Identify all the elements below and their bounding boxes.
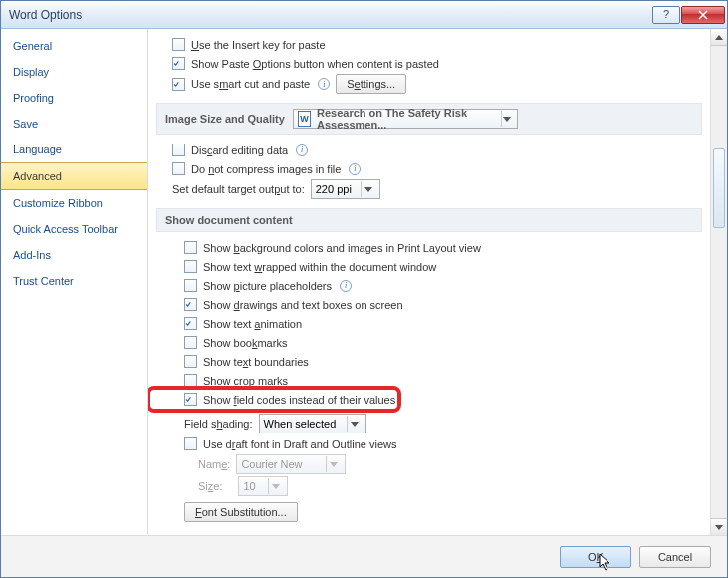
checkbox-field-codes[interactable] [184, 393, 197, 406]
checkbox-no-compress[interactable] [172, 162, 185, 175]
section-show-document: Show document content [156, 208, 702, 232]
label-text-animation: Show text animation [203, 318, 302, 330]
cancel-button[interactable]: Cancel [639, 546, 711, 568]
sidebar-item-save[interactable]: Save [1, 111, 147, 137]
row-font-size: Size: 10 [156, 475, 702, 497]
label-field-codes: Show field codes instead of their values [203, 394, 395, 406]
vertical-scrollbar[interactable] [710, 29, 727, 535]
row-use-insert-key: Use the Insert key for paste [156, 35, 702, 54]
default-target-value: 220 ppi [316, 183, 352, 195]
document-select-value: Research on The Safety Risk Assessmen... [317, 107, 495, 131]
sidebar-item-general[interactable]: General [1, 33, 147, 59]
row-text-wrapped: Show text wrapped within the document wi… [156, 257, 702, 276]
checkbox-smart-cut-paste[interactable] [172, 78, 185, 91]
options-dialog: Word Options ? General Display Proofing … [0, 0, 728, 578]
content-pane: Use the Insert key for paste Show Paste … [148, 29, 710, 535]
checkbox-text-boundaries[interactable] [184, 355, 197, 368]
row-drawings: Show drawings and text boxes on screen [156, 295, 702, 314]
sidebar-item-advanced[interactable]: Advanced [1, 162, 147, 190]
window-title: Word Options [9, 8, 651, 22]
row-bookmarks: Show bookmarks [156, 333, 702, 352]
label-field-shading: Field shading: [184, 418, 253, 430]
sidebar-item-display[interactable]: Display [1, 59, 147, 85]
word-doc-icon: W [298, 111, 311, 127]
checkbox-picture-placeholders[interactable] [184, 279, 197, 292]
label-use-insert-key: Use the Insert key for paste [191, 39, 326, 51]
label-draft-font: Use draft font in Draft and Outline view… [203, 438, 396, 450]
chevron-down-icon [501, 111, 513, 127]
section-image-title: Image Size and Quality [165, 113, 285, 125]
scroll-thumb[interactable] [713, 148, 725, 228]
info-icon[interactable]: i [318, 78, 330, 90]
content-wrap: Use the Insert key for paste Show Paste … [148, 29, 727, 535]
sidebar-item-language[interactable]: Language [1, 137, 147, 162]
label-bg-colors: Show background colors and images in Pri… [203, 242, 481, 254]
checkbox-bg-colors[interactable] [184, 241, 197, 254]
row-no-compress: Do not compress images in file i [156, 159, 702, 178]
dialog-footer: OK Cancel [1, 535, 727, 577]
field-shading-select[interactable]: When selected [259, 414, 366, 434]
label-font-size: Size: [198, 480, 222, 492]
row-font-substitution: Font Substitution... [156, 501, 702, 523]
font-name-value: Courier New [241, 458, 302, 470]
label-no-compress: Do not compress images in file [191, 163, 341, 175]
ok-button[interactable]: OK [560, 546, 631, 568]
label-discard-editing: Discard editing data [191, 144, 288, 156]
checkbox-text-animation[interactable] [184, 317, 197, 330]
row-field-shading: Field shading: When selected [156, 413, 702, 434]
row-text-boundaries: Show text boundaries [156, 352, 702, 371]
settings-button[interactable]: Settings... [336, 74, 406, 94]
checkbox-discard-editing[interactable] [172, 144, 185, 156]
checkbox-crop-marks[interactable] [184, 374, 197, 387]
chevron-down-icon [268, 478, 283, 494]
titlebar: Word Options ? [1, 1, 727, 29]
chevron-down-icon [347, 416, 362, 432]
checkbox-text-wrapped[interactable] [184, 260, 197, 273]
row-smart-cut-paste: Use smart cut and paste i Settings... [156, 73, 702, 95]
label-default-target: Set default target output to: [172, 183, 305, 195]
default-target-select[interactable]: 220 ppi [311, 179, 380, 199]
checkbox-drawings[interactable] [184, 298, 197, 311]
sidebar-item-addins[interactable]: Add-Ins [1, 242, 147, 268]
sidebar-item-proofing[interactable]: Proofing [1, 85, 147, 111]
checkbox-draft-font[interactable] [184, 437, 197, 450]
label-text-wrapped: Show text wrapped within the document wi… [203, 261, 436, 273]
label-drawings: Show drawings and text boxes on screen [203, 299, 403, 311]
font-name-select: Courier New [236, 454, 346, 474]
checkbox-bookmarks[interactable] [184, 336, 197, 349]
document-select[interactable]: W Research on The Safety Risk Assessmen.… [293, 109, 518, 129]
row-discard-editing: Discard editing data i [156, 141, 702, 159]
checkbox-show-paste-options[interactable] [172, 57, 185, 70]
sidebar-item-trust-center[interactable]: Trust Center [1, 268, 147, 294]
checkbox-use-insert-key[interactable] [172, 38, 185, 51]
label-bookmarks: Show bookmarks [203, 337, 287, 349]
row-show-paste-options: Show Paste Options button when content i… [156, 54, 702, 73]
help-button[interactable]: ? [652, 6, 680, 24]
info-icon[interactable]: i [340, 280, 352, 292]
font-size-value: 10 [243, 480, 255, 492]
section-show-document-title: Show document content [165, 214, 293, 226]
label-crop-marks: Show crop marks [203, 375, 288, 387]
category-sidebar: General Display Proofing Save Language A… [1, 29, 148, 535]
label-show-paste-options: Show Paste Options button when content i… [191, 58, 439, 70]
label-picture-placeholders: Show picture placeholders [203, 280, 332, 292]
ok-label: OK [588, 551, 604, 563]
chevron-down-icon [361, 181, 375, 197]
font-size-select: 10 [238, 476, 288, 496]
field-shading-value: When selected [264, 418, 337, 430]
close-button[interactable] [681, 6, 725, 24]
font-substitution-button[interactable]: Font Substitution... [184, 502, 298, 522]
scroll-down-arrow[interactable] [711, 518, 727, 535]
row-text-animation: Show text animation [156, 314, 702, 333]
svg-text:?: ? [663, 10, 669, 20]
row-bg-colors: Show background colors and images in Pri… [156, 238, 702, 257]
label-font-name: Name: [198, 458, 230, 470]
row-font-name: Name: Courier New [156, 453, 702, 475]
sidebar-item-customize-ribbon[interactable]: Customize Ribbon [1, 190, 147, 216]
info-icon[interactable]: i [296, 144, 308, 156]
sidebar-item-qat[interactable]: Quick Access Toolbar [1, 216, 147, 242]
row-field-codes: Show field codes instead of their values [156, 390, 395, 409]
label-text-boundaries: Show text boundaries [203, 356, 309, 368]
scroll-up-arrow[interactable] [711, 29, 727, 46]
info-icon[interactable]: i [349, 163, 361, 175]
